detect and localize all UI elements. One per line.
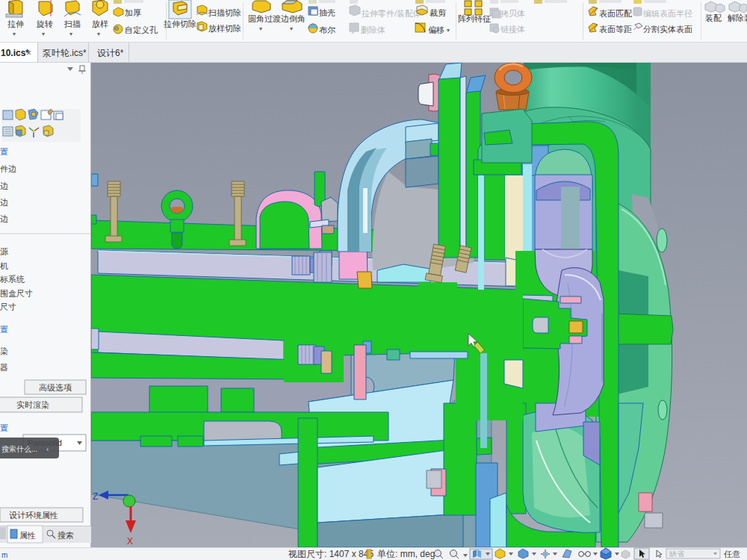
svg-text:件边: 件边 — [0, 164, 16, 173]
svg-text:设计6*: 设计6* — [97, 48, 124, 58]
svg-text:加厚: 加厚 — [125, 8, 141, 17]
svg-text:▾: ▾ — [13, 31, 16, 37]
svg-text:扫描切除: 扫描切除 — [208, 8, 241, 17]
svg-text:编辑表面半径: 编辑表面半径 — [643, 9, 692, 18]
svg-text:围盒尺寸: 围盒尺寸 — [0, 289, 33, 298]
svg-text:×: × — [351, 29, 355, 36]
svg-text:表面等距: 表面等距 — [599, 25, 632, 34]
svg-text:‹: ‹ — [46, 445, 49, 453]
svg-text:放样切除: 放样切除 — [208, 24, 241, 33]
svg-text:×: × — [26, 48, 31, 58]
svg-text:高级选项: 高级选项 — [39, 383, 72, 392]
svg-text:抽壳: 抽壳 — [319, 8, 335, 17]
svg-text:Z: Z — [93, 491, 98, 502]
svg-text:阵列特征: 阵列特征 — [458, 14, 491, 23]
svg-text:偏移: 偏移 — [428, 25, 444, 34]
svg-text:搜索什么...: 搜索什么... — [1, 445, 37, 453]
svg-text:置: 置 — [0, 423, 8, 432]
svg-text:标系统: 标系统 — [0, 275, 25, 284]
svg-text:▾: ▾ — [69, 31, 72, 37]
svg-text:装配: 装配 — [705, 13, 722, 22]
svg-text:自定义孔: 自定义孔 — [125, 25, 158, 34]
svg-text:m: m — [1, 551, 7, 559]
svg-text:圆角过渡: 圆角过渡 — [248, 14, 281, 23]
svg-text:▾: ▾ — [290, 25, 293, 32]
svg-text:任意: 任意 — [724, 550, 740, 559]
svg-text:拷贝体: 拷贝体 — [500, 9, 525, 18]
svg-text:放样: 放样 — [92, 19, 108, 28]
svg-text:旋转: 旋转 — [36, 19, 53, 28]
svg-text:器: 器 — [0, 363, 8, 372]
svg-text:解除装: 解除装 — [728, 13, 747, 22]
svg-text:拉伸切除: 拉伸切除 — [164, 19, 196, 28]
svg-text:表面匹配: 表面匹配 — [599, 9, 632, 18]
svg-text:实时渲染: 实时渲染 — [16, 400, 49, 409]
svg-text:置: 置 — [0, 147, 8, 156]
svg-text:扫描: 扫描 — [63, 19, 81, 28]
svg-text:属性: 属性 — [19, 531, 36, 540]
svg-text:拉伸零件/装配体: 拉伸零件/装配体 — [362, 9, 421, 18]
svg-text:分割实体表面: 分割实体表面 — [643, 25, 692, 34]
svg-text:删除体: 删除体 — [361, 25, 385, 34]
svg-text:单位: mm, deg: 单位: mm, deg — [377, 549, 435, 559]
svg-text:裁剪: 裁剪 — [430, 8, 446, 17]
svg-text:缺省: 缺省 — [669, 550, 685, 558]
svg-text:▾: ▾ — [97, 31, 100, 37]
svg-text:▾: ▾ — [259, 25, 262, 32]
svg-text:10.ics*: 10.ics* — [1, 48, 29, 58]
svg-text:泵叶轮.ics*: 泵叶轮.ics* — [43, 48, 87, 58]
svg-text:链接体: 链接体 — [500, 25, 525, 34]
svg-text:边: 边 — [0, 181, 8, 190]
svg-text:X: X — [127, 536, 133, 547]
svg-text:机: 机 — [0, 261, 8, 270]
svg-text:搜索: 搜索 — [58, 531, 74, 540]
svg-text:尺寸: 尺寸 — [0, 302, 16, 311]
svg-text:边倒角: 边倒角 — [281, 14, 306, 23]
svg-text:视图尺寸: 1407 x 845: 视图尺寸: 1407 x 845 — [288, 549, 374, 559]
svg-text:边: 边 — [0, 198, 8, 207]
svg-text:布尔: 布尔 — [319, 25, 335, 34]
svg-text:染: 染 — [0, 346, 8, 355]
svg-text:源: 源 — [0, 247, 8, 256]
svg-text:置: 置 — [0, 325, 8, 334]
svg-text:设计环境属性: 设计环境属性 — [9, 511, 58, 520]
svg-text:边: 边 — [0, 214, 8, 223]
svg-text:拉伸: 拉伸 — [7, 19, 24, 28]
svg-text:▾: ▾ — [42, 31, 45, 37]
svg-text:▾: ▾ — [447, 27, 450, 34]
